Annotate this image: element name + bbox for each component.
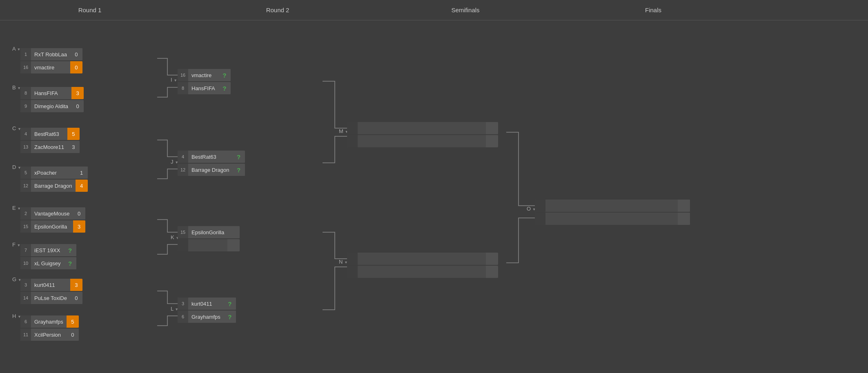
seed — [347, 253, 358, 265]
seed: 7 — [20, 244, 31, 256]
score: 3 — [67, 141, 80, 153]
player-name: EpsilonGorilla — [188, 229, 227, 235]
seed: 13 — [20, 141, 31, 153]
score: 0 — [70, 292, 82, 304]
seed: 14 — [20, 292, 31, 304]
sf-n-label: N ▼ — [339, 259, 348, 265]
semifinal-n — [347, 253, 498, 278]
player-name: Grayhamfps — [188, 314, 224, 320]
group-c-match: 4 BestRat63 5 13 ZacMoore11 3 — [20, 128, 80, 153]
bracket-main: A ▼ 1 RxT RobbLaa 0 16 vmactire 0 B ▼ 8 … — [0, 20, 868, 373]
player-name: kurt0411 — [31, 282, 70, 288]
group-d-match: 5 xPoacher 1 12 Barrage Dragon 4 — [20, 167, 88, 192]
score — [678, 200, 690, 212]
seed: 12 — [20, 180, 31, 192]
seed: 16 — [20, 61, 31, 73]
header-row: Round 1 Round 2 Semifinals Finals — [0, 0, 868, 20]
seed: 3 — [20, 279, 31, 291]
seed: 11 — [20, 329, 31, 341]
player-name: VantageMouse — [31, 211, 73, 217]
player-name: PuLse ToxiDe — [31, 295, 70, 301]
round2-match-i: 16 vmactire ? 8 HansFIFA ? — [178, 69, 231, 94]
semifinal-m — [347, 122, 498, 147]
score — [486, 253, 498, 265]
group-d-label: D ▼ — [12, 164, 21, 170]
seed — [347, 266, 358, 278]
seed: 3 — [178, 298, 188, 310]
round2-match-j: 4 BestRat63 ? 12 Barrage Dragon ? — [178, 151, 245, 176]
seed: 4 — [20, 128, 31, 140]
seed: 15 — [178, 226, 188, 238]
player-name: kurt0411 — [188, 301, 224, 307]
round2-match-l: 3 kurt0411 ? 6 Grayhamfps ? — [178, 298, 236, 323]
score: ? — [64, 257, 76, 269]
group-f-match: 7 iEST 19XX ? 10 xL Guigsey ? — [20, 244, 76, 269]
seed: 8 — [20, 87, 31, 99]
player-name: XcilPersion — [31, 332, 67, 338]
player-name: HansFIFA — [31, 90, 71, 96]
score: 0 — [71, 100, 84, 112]
player-name: RxT RobbLaa — [31, 51, 70, 58]
score: ? — [233, 151, 245, 163]
group-g-match: 3 kurt0411 3 14 PuLse ToxiDe 0 — [20, 279, 82, 304]
seed: 12 — [178, 164, 188, 176]
score: ? — [224, 311, 236, 323]
player-name: iEST 19XX — [31, 247, 64, 253]
player-name: ZacMoore11 — [31, 144, 67, 150]
score: 3 — [73, 220, 85, 233]
bracket-container: Round 1 Round 2 Semifinals Finals — [0, 0, 868, 373]
group-a-match: 1 RxT RobbLaa 0 16 vmactire 0 — [20, 48, 82, 73]
player-name: Barrage Dragon — [188, 167, 233, 173]
group-b-match: 8 HansFIFA 3 9 Dimegio Aldita 0 — [20, 87, 84, 112]
seed — [347, 122, 358, 134]
score — [227, 239, 240, 251]
score: 3 — [70, 279, 82, 291]
group-e-match: 2 VantageMouse 0 15 EpsilonGorilla 3 — [20, 207, 85, 233]
group-h-label: H ▼ — [12, 313, 21, 319]
seed: 6 — [178, 311, 188, 323]
header-finals: Finals — [576, 7, 731, 13]
seed: 16 — [178, 69, 188, 81]
seed: 5 — [20, 167, 31, 179]
score: 0 — [70, 48, 82, 60]
score: ? — [218, 69, 231, 81]
player-name: BestRat63 — [188, 154, 233, 160]
group-e-label: E ▼ — [12, 205, 21, 211]
header-round1: Round 1 — [12, 7, 167, 13]
group-f-label: F ▼ — [12, 242, 21, 248]
score: 0 — [73, 207, 85, 220]
player-name: HansFIFA — [188, 85, 218, 91]
player-name: EpsilonGorilla — [31, 224, 73, 230]
player-name: xPoacher — [31, 170, 76, 176]
score: 4 — [76, 180, 88, 192]
group-c-label: C ▼ — [12, 125, 21, 131]
score — [227, 226, 240, 238]
player-name: BestRat63 — [31, 131, 67, 137]
score: 0 — [70, 61, 82, 73]
score: 0 — [67, 329, 79, 341]
round2-match-k: 15 EpsilonGorilla — [178, 226, 240, 251]
seed — [535, 200, 545, 212]
seed — [535, 213, 545, 225]
group-b-label: B ▼ — [12, 84, 21, 91]
seed — [347, 135, 358, 147]
seed: 15 — [20, 220, 31, 233]
seed: 8 — [178, 82, 188, 94]
player-name: vmactire — [188, 72, 218, 78]
seed: 6 — [20, 315, 31, 328]
score: 1 — [76, 167, 88, 179]
score: ? — [224, 298, 236, 310]
score: ? — [64, 244, 76, 256]
score — [486, 122, 498, 134]
score: 3 — [71, 87, 84, 99]
seed: 2 — [20, 207, 31, 220]
group-h-match: 6 Grayhamfps 5 11 XcilPersion 0 — [20, 315, 79, 341]
seed: 4 — [178, 151, 188, 163]
score: ? — [233, 164, 245, 176]
seed: 1 — [20, 48, 31, 60]
seed: 9 — [20, 100, 31, 112]
header-semifinals: Semifinals — [388, 7, 543, 13]
score: 5 — [67, 128, 80, 140]
player-name: xL Guigsey — [31, 260, 64, 266]
player-name: vmactire — [31, 64, 70, 71]
